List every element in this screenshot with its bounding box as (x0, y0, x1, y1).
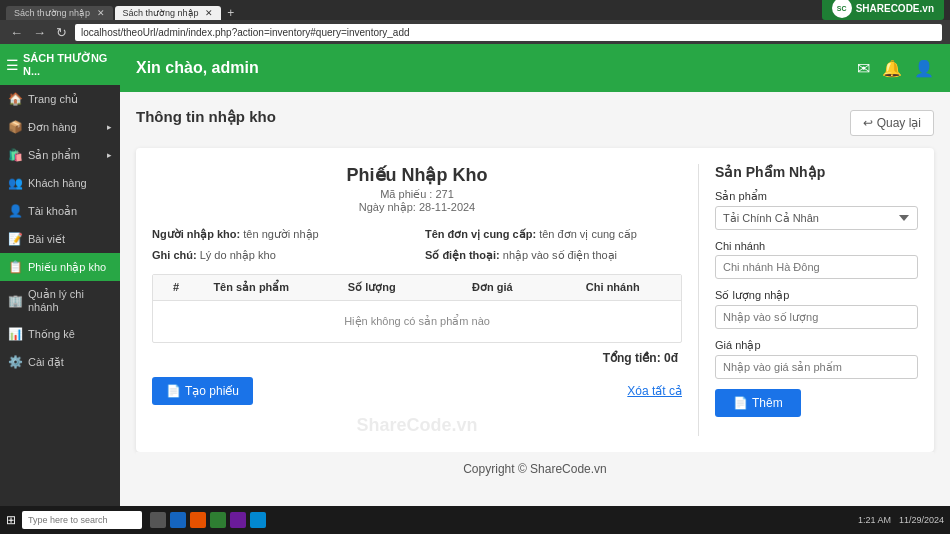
taskbar-icon-5[interactable] (230, 512, 246, 528)
inventory-icon: 📋 (8, 260, 22, 274)
form-row-1: Người nhập kho: tên người nhập Tên đơn v… (152, 228, 682, 241)
col-so-luong: Số lượng (312, 281, 433, 294)
delete-all-button[interactable]: Xóa tất cả (627, 384, 682, 398)
sidebar-item-donhang[interactable]: 📦 Đơn hàng ▸ (0, 113, 120, 141)
col-num: # (161, 281, 191, 294)
branch-icon: 🏢 (8, 294, 22, 308)
taskbar: ⊞ 1:21 AM 11/29/2024 (0, 506, 950, 534)
browser-tab-2[interactable]: Sách thường nhập ✕ (115, 6, 222, 20)
donhang-arrow: ▸ (107, 122, 112, 132)
product-icon: 🛍️ (8, 148, 22, 162)
product-table: # Tên sản phẩm Số lượng Đơn giá Chi nhán… (152, 274, 682, 343)
windows-icon[interactable]: ⊞ (6, 513, 16, 527)
chi-nhanh-field: Chi nhánh (715, 240, 918, 279)
total-value: 0đ (664, 351, 678, 365)
form-title: Phiếu Nhập Kho (152, 164, 682, 186)
chi-nhanh-input[interactable] (715, 255, 918, 279)
order-icon: 📦 (8, 120, 22, 134)
taskbar-icon-1[interactable] (150, 512, 166, 528)
sidebar-label-donhang: Đơn hàng (28, 121, 77, 134)
sidebar-item-sanpham[interactable]: 🛍️ Sản phẩm ▸ (0, 141, 120, 169)
back-button[interactable]: ↩ Quay lại (850, 110, 934, 136)
nguoi-nhap-field: Người nhập kho: tên người nhập (152, 228, 409, 241)
navbar-greeting: Xin chào, admin (136, 59, 847, 77)
mail-icon[interactable]: ✉ (857, 59, 870, 78)
sidebar-label-trangchu: Trang chủ (28, 93, 78, 106)
browser-tab-1[interactable]: Sách thường nhập ✕ (6, 6, 113, 20)
card-right: Sản Phẩm Nhập Sản phẩm Tải Chính Cả Nhân… (698, 164, 918, 436)
navbar-username: admin (212, 59, 259, 76)
sidebar-menu-icon[interactable]: ☰ (6, 57, 19, 73)
sidebar-item-taikhoan[interactable]: 👤 Tài khoản (0, 197, 120, 225)
sidebar-item-khachhang[interactable]: 👥 Khách hàng (0, 169, 120, 197)
taskbar-icon-3[interactable] (190, 512, 206, 528)
card-left: Phiếu Nhập Kho Mã phiếu : 271 Ngày nhập:… (152, 164, 682, 436)
navbar-icons: ✉ 🔔 👤 (857, 59, 934, 78)
ghi-chu-field: Ghi chú: Lý do nhập kho (152, 249, 409, 262)
address-bar-row: ← → ↻ (0, 20, 950, 44)
user-icon[interactable]: 👤 (914, 59, 934, 78)
address-bar-input[interactable] (75, 24, 942, 41)
sidebar-label-khachhang: Khách hàng (28, 177, 87, 189)
sidebar-label-taikhoan: Tài khoản (28, 205, 77, 218)
app-wrapper: ☰ SÁCH THƯỜNG N... 🏠 Trang chủ 📦 Đơn hàn… (0, 44, 950, 516)
sidebar-label-phieunhapkho: Phiếu nhập kho (28, 261, 106, 274)
bell-icon[interactable]: 🔔 (882, 59, 902, 78)
sharecode-logo-text: SHARECODE.vn (856, 3, 934, 14)
san-pham-select[interactable]: Tải Chính Cả Nhân (715, 206, 918, 230)
create-button[interactable]: 📄 Tạo phiếu (152, 377, 253, 405)
sidebar-brand: ☰ SÁCH THƯỜNG N... (0, 44, 120, 85)
article-icon: 📝 (8, 232, 22, 246)
sidebar-label-sanpham: Sản phẩm (28, 149, 80, 162)
tab-close-1[interactable]: ✕ (97, 8, 105, 18)
tab-close-2[interactable]: ✕ (205, 8, 213, 18)
ten-don-vi-field: Tên đơn vị cung cấp: tên đơn vị cung cấp (425, 228, 682, 241)
taskbar-icons (150, 512, 266, 528)
sidebar-item-baiviet[interactable]: 📝 Bài viết (0, 225, 120, 253)
taskbar-icon-6[interactable] (250, 512, 266, 528)
taskbar-time: 1:21 AM (858, 515, 891, 525)
taskbar-icon-4[interactable] (210, 512, 226, 528)
customer-icon: 👥 (8, 176, 22, 190)
main-content: Xin chào, admin ✉ 🔔 👤 Thông tin nhập kho… (120, 44, 950, 516)
stats-icon: 📊 (8, 327, 22, 341)
sidebar-item-trangchu[interactable]: 🏠 Trang chủ (0, 85, 120, 113)
right-panel-title: Sản Phẩm Nhập (715, 164, 918, 180)
new-tab-button[interactable]: + (223, 6, 238, 20)
reload-nav-button[interactable]: ↻ (54, 25, 69, 40)
top-navbar: Xin chào, admin ✉ 🔔 👤 (120, 44, 950, 92)
them-button[interactable]: 📄 Thêm (715, 389, 801, 417)
form-header: Phiếu Nhập Kho Mã phiếu : 271 Ngày nhập:… (152, 164, 682, 214)
sidebar-brand-text: SÁCH THƯỜNG N... (23, 52, 114, 77)
col-chi-nhanh: Chi nhánh (553, 281, 674, 294)
chi-nhanh-label: Chi nhánh (715, 240, 918, 252)
browser-tabs: Sách thường nhập ✕ Sách thường nhập ✕ + … (0, 0, 950, 20)
page-body: Thông tin nhập kho ↩ Quay lại Phiếu Nhập… (120, 92, 950, 516)
total-row: Tổng tiền: 0đ (152, 351, 682, 365)
so-luong-nhap-input[interactable] (715, 305, 918, 329)
sidebar-item-phieunhapkho[interactable]: 📋 Phiếu nhập kho (0, 253, 120, 281)
table-empty-message: Hiện không có sản phẩm nào (153, 301, 681, 342)
taskbar-icon-2[interactable] (170, 512, 186, 528)
so-luong-nhap-label: Số lượng nhập (715, 289, 918, 302)
san-pham-field: Sản phẩm Tải Chính Cả Nhân (715, 190, 918, 230)
so-luong-nhap-field: Số lượng nhập (715, 289, 918, 329)
sidebar-label-caidat: Cài đặt (28, 356, 64, 369)
main-card: Phiếu Nhập Kho Mã phiếu : 271 Ngày nhập:… (136, 148, 934, 452)
watermark: ShareCode.vn (152, 415, 682, 436)
back-nav-button[interactable]: ← (8, 25, 25, 40)
sharecode-logo-circle: SC (832, 0, 852, 18)
sidebar-item-thongke[interactable]: 📊 Thống kê (0, 320, 120, 348)
taskbar-search-input[interactable] (22, 511, 142, 529)
sidebar-item-quanlychinhanh[interactable]: 🏢 Quản lý chi nhánh (0, 281, 120, 320)
san-pham-label: Sản phẩm (715, 190, 918, 203)
back-arrow-icon: ↩ (863, 116, 873, 130)
form-ngay-nhap: Ngày nhập: 28-11-2024 (152, 201, 682, 214)
so-dien-thoai-field: Số điện thoại: nhập vào số điện thoại (425, 249, 682, 262)
gia-nhap-input[interactable] (715, 355, 918, 379)
forward-nav-button[interactable]: → (31, 25, 48, 40)
sidebar-item-caidat[interactable]: ⚙️ Cài đặt (0, 348, 120, 376)
form-row-2: Ghi chú: Lý do nhập kho Số điện thoại: n… (152, 249, 682, 262)
action-row: 📄 Tạo phiếu Xóa tất cả (152, 377, 682, 405)
account-icon: 👤 (8, 204, 22, 218)
